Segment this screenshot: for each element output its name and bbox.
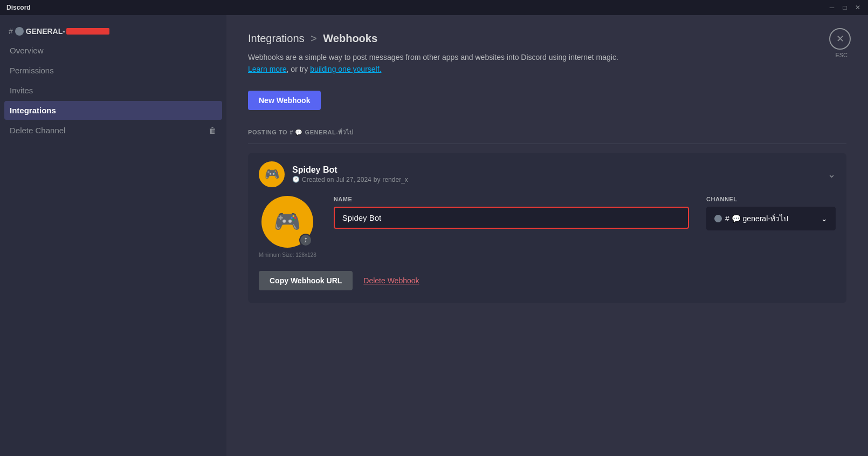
breadcrumb-separator: >	[311, 32, 317, 44]
delete-webhook-button[interactable]: Delete Webhook	[363, 276, 419, 285]
sidebar-item-label-invites: Invites	[10, 86, 33, 95]
restore-button[interactable]: □	[841, 4, 849, 11]
breadcrumb-parent: Integrations	[248, 32, 305, 44]
webhook-fields: NAME CHANNEL # 💬 general-ทั่วไป	[334, 196, 836, 239]
description-text: Webhooks are a simple way to post messag…	[248, 51, 846, 76]
upload-overlay-icon: ⤴	[299, 234, 312, 247]
avatar-upload-area[interactable]: 🎮 ⤴ Minimum Size: 128x128	[259, 196, 316, 258]
channel-field-label: CHANNEL	[706, 196, 836, 202]
webhook-created-info: 🕐 Created on Jul 27, 2024 by render_x	[292, 176, 828, 183]
webhook-expanded-area: 🎮 ⤴ Minimum Size: 128x128 NAME	[248, 196, 846, 303]
new-webhook-button[interactable]: New Webhook	[248, 91, 321, 110]
channel-chevron-down-icon: ⌄	[821, 214, 828, 223]
close-esc-button[interactable]: ✕	[829, 28, 851, 50]
channel-select[interactable]: # 💬 general-ทั่วไป ⌄	[706, 207, 836, 230]
main-content: ✕ ESC Integrations > Webhooks Webhooks a…	[226, 15, 868, 456]
trash-icon: 🗑	[209, 126, 217, 135]
webhook-avatar-large[interactable]: 🎮 ⤴	[261, 196, 313, 248]
sidebar-item-overview[interactable]: Overview	[4, 41, 222, 60]
created-date: Jul 27, 2024	[336, 176, 371, 183]
created-by: render_x	[382, 176, 408, 183]
sidebar-item-invites[interactable]: Invites	[4, 81, 222, 100]
channel-name-redacted	[66, 28, 109, 35]
created-by-prefix: by	[374, 176, 381, 183]
channel-bubble-icon	[15, 27, 24, 36]
webhook-edit-row: 🎮 ⤴ Minimum Size: 128x128 NAME	[259, 196, 836, 258]
clock-icon: 🕐	[292, 176, 300, 183]
breadcrumb: Integrations > Webhooks	[248, 32, 846, 45]
channel-field-group: CHANNEL # 💬 general-ทั่วไป ⌄	[706, 196, 836, 230]
channel-select-value: # 💬 general-ทั่วไป	[725, 213, 788, 224]
sidebar-item-label-overview: Overview	[10, 46, 44, 55]
webhook-avatar-small: 🎮	[259, 161, 285, 187]
channel-header[interactable]: # GENERAL-	[4, 24, 222, 39]
learn-more-link[interactable]: Learn more	[248, 65, 287, 73]
description-body: Webhooks are a simple way to post messag…	[248, 53, 618, 62]
name-field-group: NAME	[334, 196, 689, 229]
hash-icon: #	[9, 27, 13, 36]
divider	[248, 144, 846, 144]
titlebar: Discord ─ □ ✕	[0, 0, 868, 15]
app-title: Discord	[6, 4, 31, 11]
discord-logo-large-icon: 🎮	[274, 209, 301, 234]
webhook-info: Spidey Bot 🕐 Created on Jul 27, 2024 by …	[292, 165, 828, 183]
webhook-name-label: Spidey Bot	[292, 165, 828, 175]
webhook-header-row[interactable]: 🎮 Spidey Bot 🕐 Created on Jul 27, 2024 b…	[248, 153, 846, 196]
sidebar: # GENERAL- Overview Permissions Invites …	[0, 15, 226, 456]
channel-name: GENERAL-	[26, 27, 65, 36]
discord-logo-icon: 🎮	[265, 167, 279, 181]
fields-row: NAME CHANNEL # 💬 general-ทั่วไป	[334, 196, 836, 239]
sidebar-item-label-delete-channel: Delete Channel	[10, 126, 65, 135]
posting-to-label: POSTING TO # 💬 GENERAL-ทั่วไป	[248, 127, 846, 137]
sidebar-item-label-integrations: Integrations	[10, 106, 56, 115]
channel-bubble-small	[714, 215, 722, 222]
sidebar-item-integrations[interactable]: Integrations	[4, 101, 222, 120]
webhook-item: 🎮 Spidey Bot 🕐 Created on Jul 27, 2024 b…	[248, 153, 846, 303]
copy-webhook-url-button[interactable]: Copy Webhook URL	[259, 271, 353, 290]
breadcrumb-current: Webhooks	[323, 32, 377, 44]
close-button[interactable]: ✕	[854, 4, 862, 11]
channel-select-inner: # 💬 general-ทั่วไป	[714, 213, 788, 224]
or-try-text: , or try	[287, 65, 308, 73]
posting-to-text: POSTING TO	[248, 129, 287, 135]
min-size-label: Minimum Size: 128x128	[259, 252, 316, 258]
sidebar-item-permissions[interactable]: Permissions	[4, 61, 222, 80]
building-link[interactable]: building one yourself.	[310, 65, 381, 73]
name-field-input[interactable]	[334, 207, 689, 229]
sidebar-item-delete-channel[interactable]: Delete Channel 🗑	[4, 121, 222, 140]
window-controls: ─ □ ✕	[828, 4, 862, 11]
name-field-label: NAME	[334, 196, 689, 202]
created-prefix: Created on	[302, 176, 334, 183]
esc-label: ESC	[835, 52, 848, 58]
webhook-chevron-icon[interactable]: ⌄	[828, 168, 836, 180]
webhook-actions: Copy Webhook URL Delete Webhook	[259, 271, 836, 290]
sidebar-item-label-permissions: Permissions	[10, 66, 54, 75]
posting-to-channel: # 💬 GENERAL-ทั่วไป	[290, 127, 353, 137]
minimize-button[interactable]: ─	[828, 4, 836, 11]
app-layout: # GENERAL- Overview Permissions Invites …	[0, 15, 868, 456]
